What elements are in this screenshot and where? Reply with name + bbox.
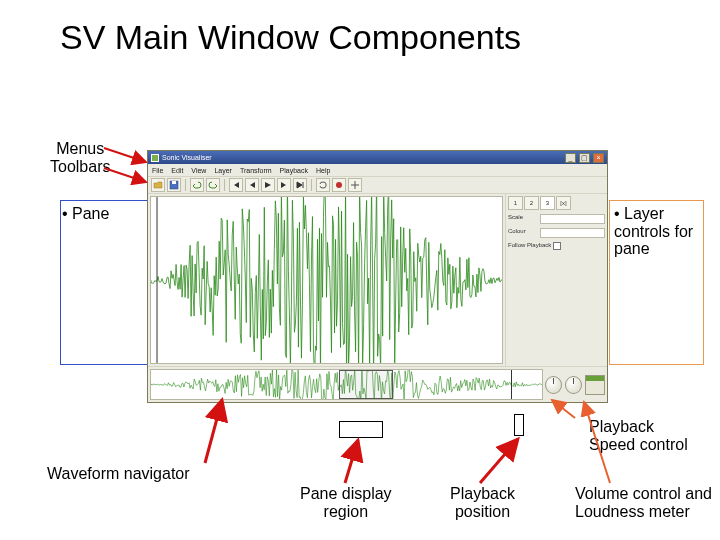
label-text: Playback [589,418,654,435]
label-text: Volume control and [575,485,712,502]
label-waveform-navigator: Waveform navigator [47,465,190,483]
main-pane[interactable] [150,196,503,364]
svg-line-8 [480,439,518,483]
loudness-meter [585,375,605,395]
label-text: Menus [56,140,104,157]
label-text: Toolbars [50,158,110,175]
app-icon [151,154,159,162]
nav-playback-cursor [511,370,512,399]
redo-icon[interactable] [206,178,220,192]
separator [224,179,225,191]
control-label: Colour [508,228,538,238]
minimize-button[interactable]: _ [565,153,576,163]
menu-file[interactable]: File [152,167,163,174]
layer-tab-3[interactable]: 3 [540,196,555,210]
layer-tabs: 1 2 3 [x] [508,196,605,210]
menu-layer[interactable]: Layer [214,167,232,174]
svg-line-7 [345,440,358,483]
menu-help[interactable]: Help [316,167,330,174]
control-row-scale: Scale [508,214,605,224]
control-dropdown[interactable] [540,228,605,238]
close-button[interactable]: × [593,153,604,163]
window-title: Sonic Visualiser [162,154,562,161]
pane-display-region-callout [339,421,383,438]
label-pane-display-region: Pane display region [300,485,392,520]
step-fwd-icon[interactable] [277,178,291,192]
waveform-navigator[interactable] [150,369,543,400]
svg-line-6 [205,400,222,463]
layer-tab-close[interactable]: [x] [556,196,571,210]
menubar: File Edit View Layer Transform Playback … [148,164,607,176]
play-icon[interactable] [261,178,275,192]
separator [185,179,186,191]
loop-icon[interactable] [316,178,330,192]
slide-title: SV Main Window Components [60,18,521,57]
alignment-icon[interactable] [348,178,362,192]
waveform-display [151,197,502,363]
control-label: Scale [508,214,538,224]
layer-tab-1[interactable]: 1 [508,196,523,210]
bottom-bar [148,366,607,402]
record-icon[interactable] [332,178,346,192]
nav-display-region[interactable] [339,370,394,399]
label-text: position [455,503,510,520]
undo-icon[interactable] [190,178,204,192]
fast-fwd-end-icon[interactable] [293,178,307,192]
label-playback-position: Playback position [450,485,515,520]
svg-point-2 [336,182,342,188]
rewind-start-icon[interactable] [229,178,243,192]
menu-playback[interactable]: Playback [280,167,308,174]
label-volume-loudness: Volume control and Loudness meter [575,485,712,520]
control-label: Follow Playback [508,242,551,250]
label-menus-toolbars: Menus Toolbars [50,140,110,175]
save-icon[interactable] [167,178,181,192]
svg-rect-1 [172,181,176,184]
work-area: 1 2 3 [x] Scale Colour Follow Playback [148,194,607,366]
separator [311,179,312,191]
label-text: Pane display [300,485,392,502]
control-dropdown[interactable] [540,214,605,224]
layer-controls-highlight-box [609,200,704,365]
app-window: Sonic Visualiser _ ▢ × File Edit View La… [147,150,608,403]
label-text: Loudness meter [575,503,690,520]
volume-dial[interactable] [565,376,582,394]
menu-transform[interactable]: Transform [240,167,272,174]
label-playback-speed: Playback Speed control [589,418,688,453]
maximize-button[interactable]: ▢ [579,153,590,163]
step-back-icon[interactable] [245,178,259,192]
control-checkbox[interactable] [553,242,561,250]
toolbar [148,176,607,194]
file-open-icon[interactable] [151,178,165,192]
control-row-follow: Follow Playback [508,242,605,250]
titlebar: Sonic Visualiser _ ▢ × [148,151,607,164]
menu-edit[interactable]: Edit [171,167,183,174]
label-text: region [324,503,368,520]
label-text: Speed control [589,436,688,453]
menu-view[interactable]: View [191,167,206,174]
layer-tab-2[interactable]: 2 [524,196,539,210]
output-controls [545,369,605,400]
playback-position-callout [514,414,524,436]
playback-speed-dial[interactable] [545,376,562,394]
layer-controls-panel: 1 2 3 [x] Scale Colour Follow Playback [505,194,607,366]
label-text: Playback [450,485,515,502]
control-row-colour: Colour [508,228,605,238]
